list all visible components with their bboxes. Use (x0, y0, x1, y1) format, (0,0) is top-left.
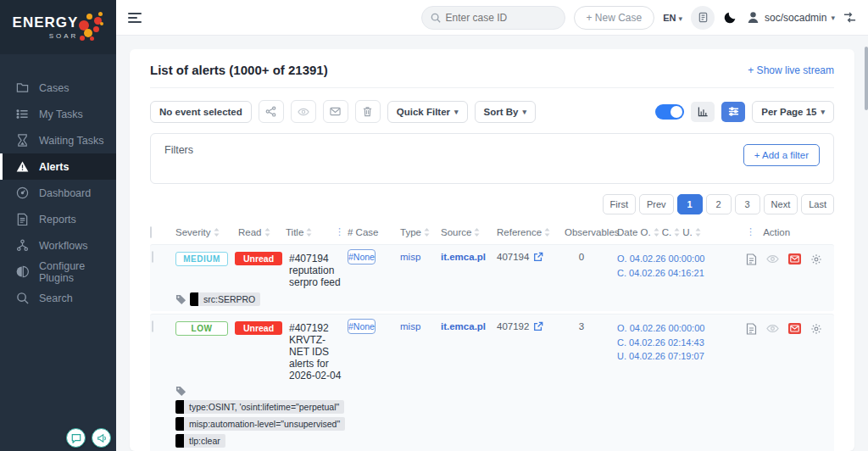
alert-tag[interactable]: tlp:clear (175, 434, 225, 448)
mark-read-button[interactable] (291, 100, 316, 123)
add-filter-button[interactable]: + Add a filter (743, 144, 820, 166)
merge-alerts-button[interactable] (259, 100, 284, 123)
header-case[interactable]: # Case (348, 227, 397, 237)
alert-row[interactable]: LOW Unread #407192 KRVTZ-NET IDS alerts … (150, 314, 834, 451)
alert-tag[interactable]: src:SERPRO (190, 292, 260, 306)
sidebar-item-waiting-tasks[interactable]: Waiting Tasks (0, 127, 116, 153)
pagination-next[interactable]: Next (764, 194, 798, 214)
mark-as-read-icon[interactable] (766, 322, 779, 335)
per-page-dropdown[interactable]: Per Page 15▾ (752, 101, 834, 123)
switch-organization-icon[interactable] (843, 11, 856, 24)
import-alert-icon[interactable] (788, 323, 801, 334)
quick-filter-dropdown[interactable]: Quick Filter▾ (387, 101, 468, 123)
scrollbar-thumb[interactable] (865, 47, 868, 110)
alert-row[interactable]: MEDIUM Unread #407194 reputation serpro … (150, 244, 834, 311)
alert-source-link[interactable]: it.emca.pl (441, 252, 486, 262)
sort-by-dropdown[interactable]: Sort By▾ (475, 101, 536, 123)
pagination-prev[interactable]: Prev (639, 194, 674, 214)
alerts-table-body: MEDIUM Unread #407194 reputation serpro … (150, 244, 834, 451)
responders-gear-icon[interactable] (810, 323, 822, 335)
alert-title[interactable]: #407192 KRVTZ-NET IDS alerts for 2026-02… (289, 321, 344, 381)
open-mail-button[interactable] (323, 100, 348, 123)
sidebar-item-cases[interactable]: Cases (0, 75, 116, 101)
sidebar-item-reports[interactable]: Reports (0, 206, 116, 232)
header-read[interactable]: Read (238, 227, 286, 237)
row-checkbox[interactable] (152, 320, 153, 332)
mark-as-read-icon[interactable] (766, 253, 779, 265)
responders-gear-icon[interactable] (810, 253, 822, 265)
announcement-button[interactable] (92, 428, 111, 448)
user-menu[interactable]: soc/socadmin ▾ (746, 10, 835, 25)
header-source[interactable]: Source (441, 227, 493, 237)
pagination-page-1[interactable]: 1 (677, 194, 703, 214)
sliders-icon (728, 106, 739, 117)
hourglass-icon (16, 134, 29, 147)
preview-alert-icon[interactable] (746, 323, 757, 335)
column-drag-handle[interactable]: ⋮ (746, 226, 755, 237)
row-checkbox[interactable] (152, 251, 153, 263)
tag-color-swatch (175, 434, 184, 448)
case-assignment-pill[interactable]: #None (348, 249, 376, 264)
sidebar-item-search[interactable]: Search (0, 285, 116, 311)
sidebar-item-dashboard[interactable]: Dashboard (0, 180, 116, 206)
alert-tag[interactable]: type:OSINT, 'osint:lifetime="perpetual" (175, 400, 344, 414)
read-status-badge: Unread (235, 321, 282, 335)
header-title[interactable]: Title (286, 227, 312, 237)
plugin-icon (16, 265, 29, 278)
select-all-checkbox[interactable] (150, 226, 152, 238)
chat-icon (71, 433, 81, 443)
pagination-first[interactable]: First (603, 194, 636, 214)
logo-dots-icon (77, 12, 106, 42)
alert-tag[interactable]: misp:automation-level="unsupervised" (175, 417, 345, 431)
external-link-icon[interactable] (533, 252, 543, 262)
external-link-icon[interactable] (533, 321, 543, 331)
pagination-page-3[interactable]: 3 (735, 194, 760, 214)
preview-alert-icon[interactable] (746, 253, 757, 265)
new-case-button[interactable]: + New Case (574, 6, 655, 30)
book-icon (698, 12, 709, 23)
show-live-stream-link[interactable]: + Show live stream (748, 64, 834, 76)
language-selector[interactable]: EN ▾ (663, 13, 682, 23)
sidebar-item-label: Reports (39, 214, 76, 226)
header-observables: Observables (565, 227, 614, 237)
dark-mode-toggle[interactable] (723, 10, 737, 25)
filters-title: Filters (164, 144, 193, 166)
header-reference[interactable]: Reference (497, 227, 561, 237)
header-type[interactable]: Type (400, 227, 437, 237)
docs-button[interactable] (691, 6, 715, 30)
alerts-toolbar: No event selected Quic (150, 100, 834, 123)
header-action: ⋮ Action (746, 226, 834, 237)
user-avatar-icon (746, 10, 760, 25)
import-alert-icon[interactable] (788, 253, 801, 264)
alert-source-link[interactable]: it.emca.pl (441, 321, 486, 331)
alert-type-link[interactable]: misp (400, 321, 420, 331)
hamburger-menu-icon[interactable] (128, 10, 145, 25)
pagination-page-2[interactable]: 2 (706, 194, 732, 214)
sidebar-item-workflows[interactable]: Workflows (0, 232, 116, 259)
topbar: + New Case EN ▾ soc/socadmin ▾ (116, 0, 868, 36)
header-dates[interactable]: Date O. C. U. (617, 227, 743, 237)
alert-type-link[interactable]: misp (400, 252, 420, 262)
no-event-selected-button[interactable]: No event selected (150, 101, 252, 123)
filters-view-button[interactable] (721, 102, 745, 122)
chat-support-button[interactable] (66, 428, 86, 448)
alert-title[interactable]: #407194 reputation serpro feed (289, 252, 344, 288)
search-input[interactable] (446, 12, 548, 24)
pagination-last[interactable]: Last (801, 194, 834, 214)
sidebar-item-my-tasks[interactable]: My Tasks (0, 101, 116, 127)
alert-dates: O. 04.02.26 00:00:00C. 04.02.26 02:14:43… (617, 319, 743, 364)
app-logo: ENERGY SOAR (0, 0, 116, 54)
main-content: List of alerts (1000+ of 21391) + Show l… (116, 36, 868, 451)
stats-view-button[interactable] (691, 102, 715, 122)
header-severity[interactable]: Severity (175, 227, 238, 237)
search-icon (431, 13, 441, 23)
floating-buttons (66, 428, 111, 448)
tags-line: src:SERPRO (175, 292, 344, 306)
delete-button[interactable] (355, 100, 381, 123)
auto-refresh-toggle[interactable] (655, 104, 684, 120)
sidebar-item-alerts[interactable]: Alerts (0, 153, 116, 180)
case-assignment-pill[interactable]: #None (348, 319, 376, 334)
sidebar-item-configure-plugins[interactable]: Configure Plugins (0, 259, 116, 285)
column-drag-handle[interactable]: ⋮ (335, 226, 344, 237)
logo-subtitle: SOAR (13, 32, 79, 40)
